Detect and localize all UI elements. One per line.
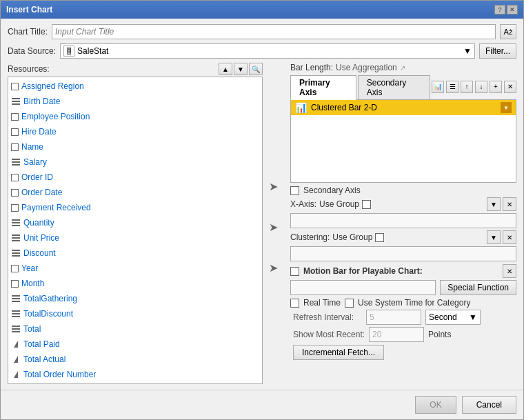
datasource-db-icon: 🗄	[63, 46, 74, 57]
list-item-text: Total Order Number	[23, 370, 96, 379]
list-item[interactable]: Order ID	[8, 170, 262, 185]
chart-title-format-button[interactable]: Aż	[500, 24, 516, 39]
bar-length-row: Bar Length: Use Aggregation ↗	[290, 63, 516, 72]
list-item[interactable]: Employee Position	[8, 109, 262, 124]
list-item[interactable]: Birth Date	[8, 94, 262, 109]
list-item[interactable]: Total	[8, 321, 262, 337]
chart-item-clustered-bar[interactable]: 📊 Clustered Bar 2-D ▼	[291, 100, 516, 115]
tab-up-btn[interactable]: ↑	[461, 81, 473, 93]
close-title-button[interactable]: ✕	[507, 5, 518, 14]
tab-actions: 📊 ☰ ↑ ↓ + ✕	[432, 81, 516, 94]
clustering-row: Clustering: Use Group ▼ ✕	[290, 230, 516, 244]
ok-button[interactable]: OK	[415, 396, 456, 414]
list-item-text: Total	[23, 324, 41, 334]
list-item[interactable]: Salary	[8, 154, 262, 170]
resources-list: Assigned RegionBirth DateEmployee Positi…	[8, 77, 262, 383]
list-item[interactable]: Total Paid	[8, 337, 262, 352]
list-item[interactable]: Payment Received	[8, 200, 262, 215]
lines-icon	[11, 309, 21, 319]
x-axis-filter-btn[interactable]: ▼	[487, 197, 501, 211]
list-item[interactable]: Assigned Region	[8, 79, 262, 94]
square-icon	[11, 143, 19, 151]
tab-secondary-axis[interactable]: Secondary Axis	[358, 75, 430, 99]
list-item[interactable]: Order Date	[8, 185, 262, 200]
list-item[interactable]: Name	[8, 139, 262, 154]
resources-search-button[interactable]: 🔍	[249, 63, 263, 75]
arrow-right-3[interactable]: ➤	[269, 261, 278, 274]
refresh-interval-input[interactable]	[366, 310, 421, 325]
special-function-button[interactable]: Special Function	[440, 280, 516, 295]
chart-item-dropdown[interactable]: ▼	[501, 102, 512, 113]
incremental-fetch-row: Incremental Fetch...	[290, 345, 516, 360]
clustering-input[interactable]	[290, 246, 516, 261]
refresh-interval-row: Refresh Interval: Second ▼	[290, 310, 516, 325]
resources-down-button[interactable]: ▼	[234, 63, 248, 75]
lines-icon	[11, 157, 21, 167]
square-icon	[11, 113, 19, 121]
clustering-close-btn[interactable]: ✕	[503, 230, 516, 244]
list-item-text: Order Date	[21, 188, 62, 197]
x-axis-input[interactable]	[290, 213, 516, 228]
list-item[interactable]: TotalGathering	[8, 291, 262, 306]
tabs-bar: Primary Axis Secondary Axis 📊 ☰ ↑ ↓ + ✕	[290, 75, 516, 100]
tab-close-btn[interactable]: ✕	[504, 81, 516, 93]
list-item-text: TotalGathering	[23, 294, 77, 303]
x-axis-use-group-checkbox[interactable]	[362, 200, 371, 209]
chart-title-input[interactable]	[52, 24, 496, 39]
right-panel: Bar Length: Use Aggregation ↗ Primary Ax…	[283, 63, 516, 384]
list-item[interactable]: TotalDiscount	[8, 306, 262, 321]
list-item[interactable]: Total Order Number	[8, 367, 262, 382]
list-item[interactable]: Month	[8, 276, 262, 291]
arrow-right-1[interactable]: ➤	[269, 180, 278, 193]
list-item-text: Salary	[23, 157, 47, 167]
x-axis-close-btn[interactable]: ✕	[503, 197, 516, 211]
lines-icon	[11, 294, 21, 303]
secondary-axis-row: Secondary Axis	[290, 186, 516, 195]
list-item[interactable]: Year	[8, 261, 262, 276]
system-time-checkbox[interactable]	[345, 299, 354, 308]
list-item[interactable]: Unit Price	[8, 230, 262, 246]
tab-list-icon-btn[interactable]: ☰	[446, 81, 458, 93]
square-icon	[11, 128, 19, 136]
resources-header: Resources: ▲ ▼ 🔍	[8, 63, 263, 75]
secondary-axis-checkbox[interactable]	[290, 186, 299, 195]
realtime-checkbox[interactable]	[290, 299, 299, 308]
list-item[interactable]: Total Actual	[8, 352, 262, 367]
clustering-use-group-checkbox[interactable]	[375, 233, 384, 242]
data-source-select[interactable]: 🗄 SaleStat ▼	[60, 43, 475, 59]
list-item-text: Birth Date	[23, 97, 60, 106]
list-item-text: Year	[21, 263, 38, 273]
list-item[interactable]: Hire Date	[8, 124, 262, 139]
data-source-value: SaleStat	[77, 46, 108, 56]
datasource-dropdown-arrow: ▼	[463, 46, 472, 56]
tab-primary-axis[interactable]: Primary Axis	[290, 75, 356, 100]
arrow-right-2[interactable]: ➤	[269, 221, 278, 234]
cancel-button[interactable]: Cancel	[462, 396, 516, 414]
left-panel: Resources: ▲ ▼ 🔍 Assigned RegionBirth Da…	[8, 63, 263, 384]
clustering-input-row	[290, 246, 516, 261]
clustering-filter-btn[interactable]: ▼	[487, 230, 501, 244]
help-button[interactable]: ?	[494, 5, 505, 14]
x-axis-use-group-label: Use Group	[319, 199, 359, 209]
most-recent-unit: Points	[428, 330, 451, 339]
tab-chart-icon-btn[interactable]: 📊	[432, 81, 444, 93]
list-item-text: Order ID	[21, 172, 53, 182]
motion-bar-input[interactable]	[290, 280, 436, 295]
list-item[interactable]: Discount	[8, 246, 262, 261]
second-unit-select[interactable]: Second ▼	[425, 310, 481, 325]
motion-bar-checkbox[interactable]	[290, 267, 299, 276]
motion-input-row: Special Function	[290, 280, 516, 295]
resources-list-container[interactable]: Assigned RegionBirth DateEmployee Positi…	[8, 77, 263, 384]
most-recent-input[interactable]	[369, 327, 424, 342]
tab-down-btn[interactable]: ↓	[475, 81, 487, 93]
list-item[interactable]: Quantity	[8, 215, 262, 230]
tab-add-btn[interactable]: +	[490, 81, 502, 93]
resources-up-button[interactable]: ▲	[219, 63, 232, 75]
incremental-fetch-button[interactable]: Incremental Fetch...	[293, 345, 384, 360]
filter-button[interactable]: Filter...	[479, 43, 516, 59]
list-item-text: Quantity	[23, 218, 54, 228]
x-axis-input-row	[290, 213, 516, 228]
list-item-text: Unit Price	[23, 233, 59, 243]
list-item-text: Discount	[23, 248, 56, 258]
motion-bar-close-btn[interactable]: ✕	[503, 264, 516, 278]
